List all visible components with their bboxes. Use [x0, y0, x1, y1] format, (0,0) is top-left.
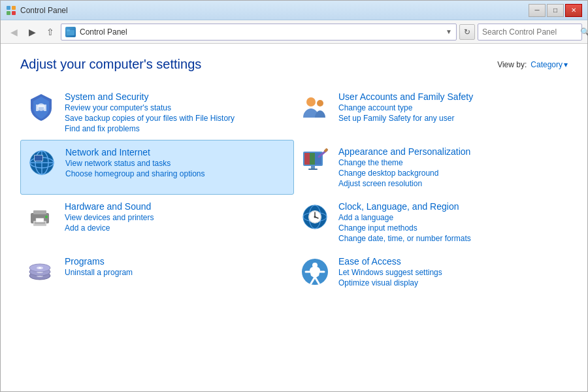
appearance-link-2[interactable]: Change desktop background [338, 169, 470, 178]
page-title: Adjust your computer's settings [20, 57, 201, 72]
category-hardware-sound: Hardware and Sound View devices and prin… [20, 195, 294, 250]
appearance-icon [299, 146, 331, 178]
svg-rect-3 [12, 11, 16, 15]
view-by-chevron-icon: ▾ [564, 60, 568, 69]
svg-rect-1 [12, 6, 16, 10]
programs-icon [25, 256, 57, 287]
user-accounts-text: User Accounts and Family Safety Change a… [338, 91, 473, 123]
category-ease-of-access: Ease of Access Let Windows suggest setti… [294, 250, 568, 294]
system-security-link-3[interactable]: Find and fix problems [65, 124, 235, 133]
system-security-link[interactable]: System and Security [65, 91, 235, 102]
category-appearance: Appearance and Personalization Change th… [294, 140, 568, 195]
hardware-sound-link-1[interactable]: View devices and printers [65, 213, 154, 222]
view-by-value: Category [531, 60, 563, 69]
ease-of-access-link[interactable]: Ease of Access [338, 256, 442, 267]
search-icon[interactable]: 🔍 [580, 27, 588, 37]
maximize-button[interactable]: □ [547, 4, 564, 17]
ease-of-access-link-1[interactable]: Let Windows suggest settings [338, 268, 442, 277]
ease-of-access-icon [299, 256, 331, 287]
view-by-dropdown[interactable]: Category ▾ [531, 60, 568, 69]
svg-point-7 [306, 97, 316, 106]
svg-rect-19 [310, 153, 315, 165]
address-folder-icon [65, 27, 76, 37]
svg-point-48 [39, 267, 41, 269]
category-programs: Programs Uninstall a program [20, 250, 294, 294]
system-security-link-2[interactable]: Save backup copies of your files with Fi… [65, 114, 235, 123]
hardware-sound-icon [25, 201, 57, 233]
svg-rect-0 [7, 6, 10, 10]
address-text: Control Panel [80, 27, 442, 37]
forward-icon: ▶ [29, 27, 36, 37]
svg-rect-5 [67, 29, 70, 31]
clock-language-text: Clock, Language, and Region Add a langua… [338, 201, 471, 243]
view-by: View by: Category ▾ [497, 60, 568, 69]
network-internet-text: Network and Internet View network status… [65, 147, 204, 178]
svg-rect-18 [304, 153, 310, 165]
up-button[interactable]: ⇧ [42, 24, 58, 40]
network-internet-link-2[interactable]: Choose homegroup and sharing options [65, 169, 204, 178]
minimize-button[interactable]: ─ [529, 4, 546, 17]
clock-language-link-2[interactable]: Change input methods [338, 223, 471, 233]
address-bar: ◀ ▶ ⇧ Control Panel ▼ ↻ 🔍 [1, 20, 587, 44]
svg-rect-2 [7, 11, 10, 15]
ease-of-access-link-2[interactable]: Optimize visual display [338, 278, 442, 287]
address-field[interactable]: Control Panel ▼ [61, 24, 457, 41]
svg-rect-22 [308, 169, 318, 170]
category-network-internet: Network and Internet View network status… [20, 140, 294, 195]
system-security-icon [25, 91, 57, 123]
svg-point-8 [317, 100, 323, 106]
categories-grid: System and Security Review your computer… [20, 85, 568, 294]
svg-rect-29 [35, 223, 45, 224]
appearance-link[interactable]: Appearance and Personalization [338, 146, 470, 157]
view-by-label: View by: [497, 60, 527, 69]
window-title: Control Panel [20, 6, 68, 15]
clock-language-icon [299, 201, 331, 233]
title-bar: Control Panel ─ □ ✕ [1, 1, 587, 20]
network-internet-link-1[interactable]: View network status and tasks [65, 159, 204, 168]
appearance-link-3[interactable]: Adjust screen resolution [338, 179, 470, 188]
address-dropdown-icon[interactable]: ▼ [446, 28, 452, 35]
user-accounts-link[interactable]: User Accounts and Family Safety [338, 91, 473, 102]
title-bar-buttons: ─ □ ✕ [529, 4, 582, 17]
refresh-button[interactable]: ↻ [459, 24, 475, 40]
svg-rect-26 [33, 210, 46, 214]
category-clock-language: Clock, Language, and Region Add a langua… [294, 195, 568, 250]
svg-point-31 [45, 216, 48, 218]
category-system-security: System and Security Review your computer… [20, 85, 294, 140]
system-security-text: System and Security Review your computer… [65, 91, 235, 133]
user-accounts-icon [299, 91, 331, 123]
user-accounts-link-2[interactable]: Set up Family Safety for any user [338, 114, 473, 123]
refresh-icon: ↻ [464, 27, 470, 37]
network-internet-icon [26, 147, 57, 178]
programs-text: Programs Uninstall a program [65, 256, 133, 277]
content-area: Adjust your computer's settings View by:… [1, 44, 587, 391]
ease-of-access-text: Ease of Access Let Windows suggest setti… [338, 256, 442, 287]
window-icon [6, 5, 16, 16]
appearance-link-1[interactable]: Change the theme [338, 158, 470, 167]
clock-language-link[interactable]: Clock, Language, and Region [338, 201, 471, 212]
forward-button[interactable]: ▶ [24, 24, 40, 40]
search-box[interactable]: 🔍 [478, 24, 582, 41]
svg-point-39 [314, 216, 316, 218]
svg-rect-30 [36, 218, 44, 222]
appearance-text: Appearance and Personalization Change th… [338, 146, 470, 188]
category-user-accounts: User Accounts and Family Safety Change a… [294, 85, 568, 140]
up-icon: ⇧ [46, 27, 54, 37]
search-input[interactable] [482, 27, 580, 37]
svg-rect-21 [311, 166, 315, 169]
user-accounts-link-1[interactable]: Change account type [338, 103, 473, 112]
hardware-sound-link-2[interactable]: Add a device [65, 223, 154, 233]
back-button[interactable]: ◀ [6, 24, 22, 40]
clock-language-link-3[interactable]: Change date, time, or number formats [338, 234, 471, 243]
hardware-sound-link[interactable]: Hardware and Sound [65, 201, 154, 212]
programs-link-1[interactable]: Uninstall a program [65, 268, 133, 277]
close-button[interactable]: ✕ [565, 4, 582, 17]
network-internet-link[interactable]: Network and Internet [65, 147, 204, 157]
back-icon: ◀ [10, 27, 18, 37]
main-window: Control Panel ─ □ ✕ ◀ ▶ ⇧ Control Panel [0, 0, 588, 392]
programs-link[interactable]: Programs [65, 256, 133, 267]
system-security-link-1[interactable]: Review your computer's status [65, 103, 235, 112]
svg-rect-15 [35, 155, 42, 161]
clock-language-link-1[interactable]: Add a language [338, 213, 471, 222]
title-bar-left: Control Panel [6, 5, 68, 16]
